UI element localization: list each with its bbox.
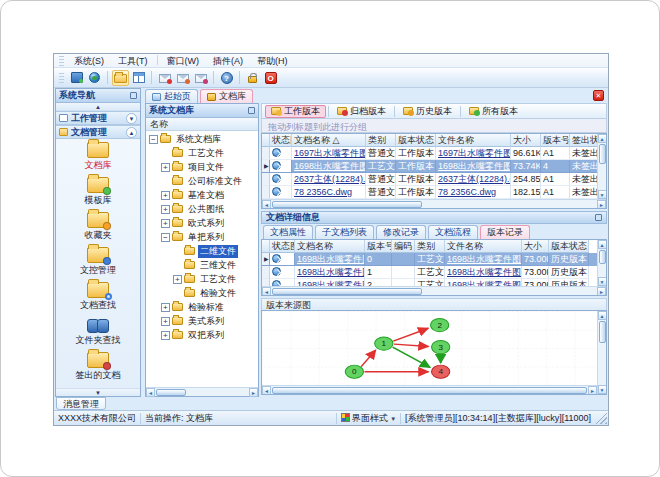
- scroll-right-icon[interactable]: ►: [597, 287, 606, 296]
- document-link[interactable]: 1698出水嘴零件图.dwg: [438, 161, 511, 171]
- expand-icon[interactable]: +: [161, 205, 170, 214]
- scroll-thumb[interactable]: [599, 250, 606, 264]
- button-工作版本[interactable]: 工作版本: [265, 105, 326, 118]
- scroll-down-icon[interactable]: ▼: [598, 385, 607, 394]
- document-link[interactable]: 1698出水嘴零件图.dwg: [294, 161, 366, 171]
- scroll-up-icon[interactable]: ▲: [598, 311, 607, 320]
- sidebar-group-文档管理[interactable]: 文档管理▲: [56, 125, 140, 139]
- document-link[interactable]: 78 2356C.dwg: [438, 187, 496, 197]
- expand-icon[interactable]: +: [161, 219, 170, 228]
- tree-node-基准文档[interactable]: +基准文档: [146, 188, 258, 202]
- scroll-thumb[interactable]: [272, 288, 422, 295]
- column-header-版本状态[interactable]: 版本状态: [396, 134, 436, 147]
- menu-1[interactable]: 系统(S): [67, 55, 111, 67]
- scroll-thumb[interactable]: [599, 321, 606, 343]
- chevron-icon[interactable]: ▲: [126, 127, 137, 138]
- collapse-icon[interactable]: −: [149, 135, 158, 144]
- table-row[interactable]: 1698出水嘴零件图.dwg1工艺文件1698出水嘴零件图.dwg73.00KB…: [262, 266, 597, 279]
- exit-button[interactable]: O: [262, 70, 279, 86]
- expand-icon[interactable]: +: [161, 303, 170, 312]
- grid-hscrollbar[interactable]: ◄►: [262, 199, 606, 208]
- tree-node-系统文档库[interactable]: −系统文档库: [146, 132, 258, 146]
- document-link[interactable]: 1698出水嘴零件图.dwg: [447, 254, 522, 264]
- tree-node-项目文件[interactable]: +项目文件: [146, 160, 258, 174]
- version-node-1[interactable]: 1: [375, 337, 393, 350]
- column-header-版本号[interactable]: 版本号: [541, 134, 570, 147]
- column-header-文件名称[interactable]: 文件名称: [445, 240, 522, 253]
- sidebar-item-文档库[interactable]: 文档库: [56, 142, 140, 172]
- document-link[interactable]: 1697出水嘴零件图.dwg: [294, 148, 366, 158]
- document-link[interactable]: 2637主体(12284).dwg: [438, 174, 511, 184]
- menu-5[interactable]: 帮助(H): [250, 55, 295, 67]
- column-header-文件名称[interactable]: 文件名称: [436, 134, 511, 147]
- tab-版本记录[interactable]: 版本记录: [480, 225, 530, 239]
- scroll-down-icon[interactable]: ▼: [598, 277, 607, 286]
- mail-alert-button[interactable]: [192, 70, 209, 86]
- tree-node-公共图纸[interactable]: +公共图纸: [146, 202, 258, 216]
- document-link[interactable]: 1697出水嘴零件图.dwg: [438, 148, 511, 158]
- grid-vscrollbar[interactable]: ▲▼: [597, 240, 606, 286]
- tree-node-单把系列[interactable]: −单把系列: [146, 230, 258, 244]
- document-link[interactable]: 1698出水嘴零件图.dwg: [297, 267, 365, 277]
- menubar-grip[interactable]: [59, 56, 64, 66]
- scroll-down-icon[interactable]: ▼: [598, 190, 607, 199]
- document-link[interactable]: 1698出水嘴零件图.dwg: [447, 267, 522, 277]
- table-row[interactable]: 2637主体(12284).dwg普通文档工作版本2637主体(12284).d…: [262, 173, 597, 186]
- version-graph[interactable]: 01234: [262, 311, 597, 385]
- version-node-4[interactable]: 4: [432, 365, 450, 378]
- version-node-3[interactable]: 3: [432, 341, 450, 354]
- tab-子文档列表[interactable]: 子文档列表: [315, 225, 374, 239]
- scroll-left-icon[interactable]: ◄: [262, 200, 271, 209]
- table-row[interactable]: ▶1698出水嘴零件图.dwg工艺文件工作版本1698出水嘴零件图.dwg73.…: [262, 160, 597, 173]
- tree-node-工艺文件[interactable]: 工艺文件: [146, 146, 258, 160]
- column-header-状态图[interactable]: 状态图: [270, 240, 295, 253]
- scroll-thumb[interactable]: [272, 201, 422, 208]
- table-row[interactable]: 1697出水嘴零件图.dwg普通文档工作版本1697出水嘴零件图.dwg96.6…: [262, 147, 597, 160]
- message-manager-tab[interactable]: 消息管理: [56, 397, 106, 410]
- pin-icon[interactable]: [130, 92, 137, 99]
- lock-button[interactable]: [244, 70, 261, 86]
- tree-node-公司标准文件[interactable]: 公司标准文件: [146, 174, 258, 188]
- chevron-icon[interactable]: ▼: [126, 113, 137, 124]
- tab-文档属性[interactable]: 文档属性: [263, 225, 313, 239]
- document-link[interactable]: 2637主体(12284).dwg: [294, 174, 366, 184]
- sidebar-scroll-up[interactable]: ▲: [56, 103, 140, 111]
- tree-node-双把系列[interactable]: +双把系列: [146, 328, 258, 342]
- sidebar-item-文控管理[interactable]: 文控管理: [56, 247, 140, 277]
- menu-2[interactable]: 工具(T): [111, 55, 155, 67]
- scroll-left-icon[interactable]: ◄: [146, 388, 155, 397]
- scroll-right-icon[interactable]: ►: [597, 200, 606, 209]
- expand-icon[interactable]: +: [161, 317, 170, 326]
- pin-icon[interactable]: [248, 107, 255, 114]
- button-归档版本[interactable]: 归档版本: [331, 105, 392, 118]
- computer-button[interactable]: [68, 70, 85, 86]
- toolbar-grip[interactable]: [59, 73, 64, 83]
- table-row[interactable]: 1698出水嘴零件图.dwg2工艺文件1698出水嘴零件图.dwg73.00KB…: [262, 279, 597, 286]
- document-link[interactable]: 78 2356C.dwg: [294, 187, 352, 197]
- folder-open-button[interactable]: [112, 70, 129, 86]
- ui-style-selector[interactable]: 界面样式 ▼: [337, 413, 401, 424]
- scroll-right-icon[interactable]: ►: [249, 388, 258, 397]
- grid-vscrollbar[interactable]: ▲▼: [597, 134, 606, 199]
- pin-icon[interactable]: [595, 214, 602, 221]
- button-所有版本[interactable]: 所有版本: [463, 105, 524, 118]
- graph-hscrollbar[interactable]: ◄ ►: [262, 385, 597, 394]
- close-tab-button[interactable]: ✕: [593, 90, 604, 101]
- sidebar-item-收藏夹[interactable]: 收藏夹: [56, 212, 140, 242]
- column-header-文档名称[interactable]: 文档名称 △: [292, 134, 366, 147]
- column-header-签出状态[interactable]: 签出状态: [570, 134, 597, 147]
- scroll-left-icon[interactable]: ◄: [262, 386, 271, 395]
- grid-hscrollbar[interactable]: ◄►: [262, 286, 606, 295]
- scroll-thumb[interactable]: [272, 387, 587, 394]
- version-node-0[interactable]: 0: [345, 365, 363, 378]
- column-header-状态图[interactable]: 状态图: [270, 134, 292, 147]
- graph-vscrollbar[interactable]: ▲ ▼: [597, 311, 606, 394]
- column-header-版本状态[interactable]: 版本状态: [549, 240, 589, 253]
- tree-node-检验标准[interactable]: +检验标准: [146, 300, 258, 314]
- help-button[interactable]: ?: [218, 70, 235, 86]
- sidebar-group-工作管理[interactable]: 工作管理▼: [56, 111, 140, 125]
- version-node-2[interactable]: 2: [431, 318, 449, 331]
- tree-node-欧式系列[interactable]: +欧式系列: [146, 216, 258, 230]
- expand-icon[interactable]: +: [173, 275, 182, 284]
- expand-icon[interactable]: +: [161, 331, 170, 340]
